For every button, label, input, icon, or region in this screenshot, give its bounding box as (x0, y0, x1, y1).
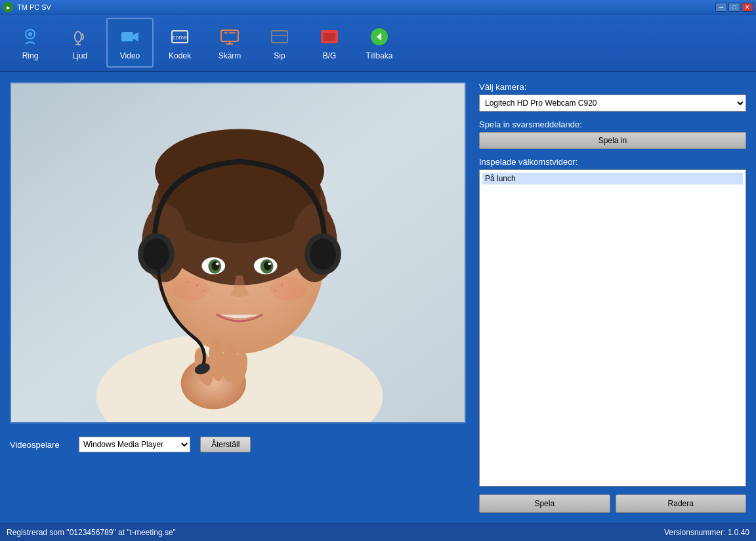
svg-point-40 (173, 277, 209, 301)
video-placeholder (11, 83, 465, 422)
record-button[interactable]: Spela in (479, 132, 746, 149)
welcome-videos-label: Inspelade välkomstvideor: (479, 157, 746, 167)
svg-point-50 (310, 238, 336, 270)
codec-icon: come (168, 25, 192, 49)
ring-label: Ring (22, 51, 39, 60)
toolbar-item-tillbaka[interactable]: Tillbaka (356, 18, 403, 68)
play-button[interactable]: Spela (479, 494, 610, 513)
svg-point-39 (268, 263, 271, 265)
left-panel: Videospelare Windows Media Player Återst… (10, 82, 466, 513)
bottom-buttons: Spela Radera (479, 494, 746, 513)
toolbar-item-video[interactable]: Video (106, 18, 154, 68)
toolbar-item-kodek[interactable]: come Kodek (156, 18, 203, 68)
toolbar-item-ljud[interactable]: Ljud (56, 18, 104, 68)
welcome-videos-list[interactable]: På lunch (479, 169, 746, 487)
svg-marker-8 (133, 32, 138, 41)
svg-rect-16 (272, 31, 287, 43)
window-controls: ─ □ ✕ (715, 3, 753, 12)
camera-section: Välj kamera: Logitech HD Pro Webcam C920 (479, 82, 746, 112)
svg-point-55 (280, 284, 283, 287)
svg-point-53 (203, 290, 205, 292)
svg-point-56 (274, 290, 276, 292)
svg-point-37 (264, 261, 272, 270)
main-content: Videospelare Windows Media Player Återst… (0, 72, 756, 523)
videoplayer-select[interactable]: Windows Media Player (79, 437, 190, 452)
record-section: Spela in svarsmeddelande: Spela in (479, 119, 746, 149)
status-left: Registrerad som "0123456789" at "t-meeti… (7, 528, 176, 537)
toolbar-item-skarm[interactable]: Skärm (206, 18, 253, 68)
videoplayer-label: Videospelare (10, 440, 69, 450)
app-icon: ▶ (3, 2, 13, 12)
videoplayer-row: Videospelare Windows Media Player Återst… (10, 437, 466, 452)
statusbar: Registrerad som "0123456789" at "t-meeti… (0, 523, 756, 541)
status-right: Versionsnummer: 1.0.40 (664, 528, 749, 537)
svg-text:come: come (173, 34, 187, 41)
app-title: TM PC SV (17, 3, 51, 11)
svg-point-3 (28, 32, 32, 36)
bg-icon (318, 25, 341, 49)
screen-icon (218, 25, 242, 49)
minimize-button[interactable]: ─ (715, 3, 727, 12)
svg-point-54 (186, 281, 188, 283)
sip-label: Sip (274, 51, 285, 60)
toolbar: Ring Ljud Video come (0, 14, 756, 72)
list-item[interactable]: På lunch (482, 173, 743, 184)
sound-icon (68, 25, 92, 49)
camera-select[interactable]: Logitech HD Pro Webcam C920 (479, 95, 746, 112)
sip-icon (268, 25, 291, 49)
svg-point-48 (143, 238, 169, 270)
welcome-videos-section: Inspelade välkomstvideor: På lunch (479, 157, 746, 487)
camera-label: Välj kamera: (479, 82, 746, 92)
delete-button[interactable]: Radera (616, 494, 747, 513)
svg-rect-7 (121, 32, 133, 41)
video-icon (118, 25, 142, 49)
svg-rect-19 (324, 33, 335, 41)
toolbar-item-ring[interactable]: Ring (7, 18, 54, 68)
video-preview (10, 82, 466, 423)
back-icon (368, 25, 391, 49)
svg-point-31 (155, 129, 324, 213)
titlebar-left: ▶ TM PC SV (3, 2, 51, 12)
titlebar: ▶ TM PC SV ─ □ ✕ (0, 0, 756, 14)
svg-point-36 (211, 261, 219, 270)
svg-rect-11 (221, 30, 238, 41)
svg-point-38 (216, 263, 219, 265)
svg-point-52 (196, 284, 198, 287)
reset-button[interactable]: Återställ (200, 437, 251, 452)
tillbaka-label: Tillbaka (366, 51, 393, 60)
toolbar-item-sip[interactable]: Sip (256, 18, 303, 68)
maximize-button[interactable]: □ (728, 3, 740, 12)
close-button[interactable]: ✕ (742, 3, 753, 12)
right-panel: Välj kamera: Logitech HD Pro Webcam C920… (479, 82, 746, 513)
svg-point-4 (75, 32, 81, 42)
svg-point-41 (270, 277, 307, 301)
kodek-label: Kodek (169, 51, 191, 60)
bg-label: B/G (323, 51, 337, 60)
video-label: Video (120, 51, 140, 60)
ljud-label: Ljud (73, 51, 88, 60)
toolbar-item-bg[interactable]: B/G (306, 18, 353, 68)
ring-icon (18, 25, 42, 49)
skarm-label: Skärm (219, 51, 242, 60)
record-label: Spela in svarsmeddelande: (479, 119, 746, 129)
